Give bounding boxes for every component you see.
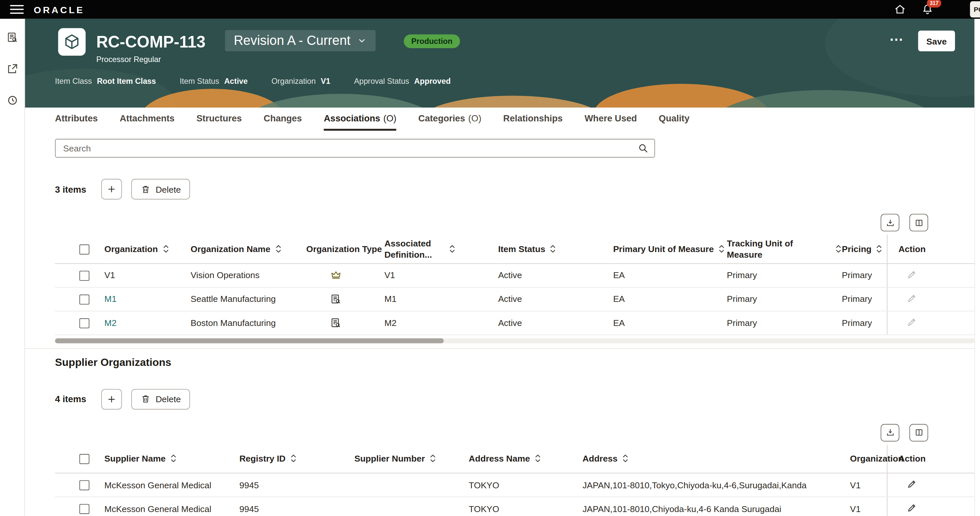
sidebar-item-search-button[interactable] [5,30,19,45]
select-all-checkbox[interactable] [80,454,89,464]
col-supplier-organization[interactable]: Organization [850,444,887,473]
cell-supplier-number [355,473,469,497]
scrollbar-thumb[interactable] [55,338,444,343]
delete-label: Delete [156,184,181,194]
tab-changes[interactable]: Changes [264,113,302,131]
suppliers-count: 4 items [55,394,86,404]
tab-attributes[interactable]: Attributes [55,113,98,131]
add-association-button[interactable] [101,179,122,200]
col-address-name[interactable]: Address Name [469,444,583,473]
col-action: Action [887,444,975,473]
hamburger-menu-icon[interactable] [10,5,24,14]
tab-attachments[interactable]: Attachments [120,113,175,131]
download-button[interactable] [881,424,900,441]
row-checkbox[interactable] [80,504,89,514]
pencil-icon [906,292,917,304]
tab-relationships[interactable]: Relationships [503,113,563,131]
sort-icon [622,454,629,463]
col-tracking-uom[interactable]: Tracking Unit of Measure [727,234,842,263]
col-organization[interactable]: Organization [105,234,191,263]
associations-table-actions [25,214,928,231]
home-icon-glyph [894,3,906,16]
col-address[interactable]: Address [583,444,850,473]
row-checkbox[interactable] [80,480,89,490]
item-tabs: Attributes Attachments Structures Change… [55,113,980,131]
col-registry-id[interactable]: Registry ID [239,444,355,473]
download-icon [885,218,895,227]
columns-icon [914,428,923,437]
col-associated-definition[interactable]: Associated Definition... [385,234,498,263]
sort-icon [290,454,297,463]
search-input[interactable] [55,139,655,158]
edit-row-button[interactable] [906,269,917,280]
delete-label: Delete [156,394,181,404]
save-button[interactable]: Save [918,31,955,51]
page-title: RC-COMP-113 [96,33,205,52]
col-primary-uom[interactable]: Primary Unit of Measure [613,234,727,263]
delete-association-button[interactable]: Delete [131,179,190,200]
tab-quality[interactable]: Quality [659,113,689,131]
organization-link[interactable]: M1 [105,294,117,304]
cell-primary-uom: EA [613,287,727,311]
cell-organization-name: Seattle Manufacturing [191,287,306,311]
sort-icon [275,244,282,254]
cell-organization-name: Vision Operations [191,263,306,287]
edit-row-button[interactable] [906,478,917,490]
sort-icon [430,454,436,463]
pencil-icon [906,478,917,490]
search-container [55,139,655,158]
cell-pricing: Primary [842,263,887,287]
row-checkbox[interactable] [80,318,89,328]
cell-associated-definition: M2 [385,311,498,334]
select-all-checkbox[interactable] [80,244,89,254]
sidebar-export-button[interactable] [5,61,19,76]
col-item-status[interactable]: Item Status [498,234,613,263]
left-sidebar [0,19,25,516]
cell-primary-uom: EA [613,311,727,334]
tab-where-used[interactable]: Where Used [585,113,637,131]
organization-link[interactable]: M2 [105,318,117,328]
edit-row-button[interactable] [906,502,917,513]
download-button[interactable] [881,214,900,231]
meta-value: Approved [414,77,451,86]
manage-columns-button[interactable] [910,214,928,231]
user-avatar[interactable]: PQ [970,1,980,18]
col-pricing[interactable]: Pricing [842,234,887,263]
cell-supplier-name: McKesson General Medical [105,497,239,516]
item-type-icon [58,28,85,56]
sort-icon [550,244,557,254]
sort-icon [170,454,177,463]
associations-toolbar: 3 items Delete [55,179,980,200]
cell-organization: V1 [105,263,191,287]
associations-count: 3 items [55,184,86,194]
meta-label: Item Class [55,77,92,86]
tab-categories[interactable]: Categories(O) [418,113,481,131]
col-organization-name[interactable]: Organization Name [191,234,306,263]
col-organization-type[interactable]: Organization Type [306,234,385,263]
tab-associations[interactable]: Associations(O) [324,113,396,131]
revision-selector[interactable]: Revision A - Current [225,30,375,51]
manage-columns-button[interactable] [910,424,928,441]
cell-address-name: TOKYO [469,473,583,497]
edit-row-button[interactable] [906,316,917,327]
download-icon [885,428,895,437]
add-supplier-button[interactable] [101,389,122,409]
more-actions-button[interactable]: ⋯ [889,31,904,48]
cell-pricing: Primary [842,311,887,334]
row-checkbox[interactable] [80,294,89,304]
search-icon[interactable] [637,143,649,154]
notification-count-badge: 317 [927,0,942,7]
cell-supplier-organization: V1 [850,473,887,497]
vertical-scrollbar-gutter[interactable] [974,19,980,516]
tab-structures[interactable]: Structures [197,113,242,131]
col-supplier-name[interactable]: Supplier Name [105,444,239,473]
delete-supplier-button[interactable]: Delete [131,389,190,409]
row-checkbox[interactable] [80,271,89,280]
notifications-bell-icon[interactable]: 317 [921,3,934,16]
home-icon[interactable] [894,3,906,16]
col-supplier-number[interactable]: Supplier Number [355,444,469,473]
cell-primary-uom: EA [613,263,727,287]
sidebar-history-button[interactable] [5,93,19,108]
edit-row-button[interactable] [906,292,917,304]
columns-icon [914,218,923,227]
